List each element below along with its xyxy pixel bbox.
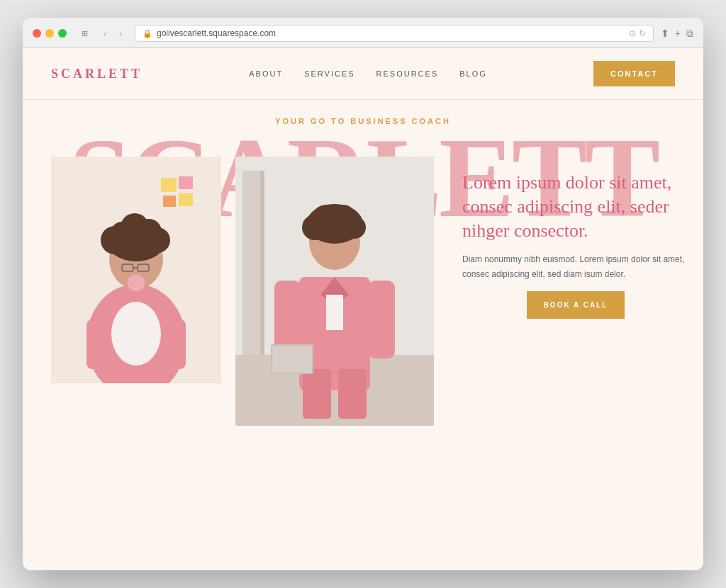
- hero-tagline: YOUR GO TO BUSINESS COACH: [23, 117, 703, 125]
- nav-blog[interactable]: BLOG: [459, 69, 487, 78]
- hero-heading: Lorem ipsum dolor sit amet, consec adipi…: [462, 171, 689, 242]
- address-bar[interactable]: 🔒 golivescarlett.squarespace.com ⊙ ↻: [135, 25, 654, 42]
- site-nav: ABOUT SERVICES RESOURCES BLOG: [249, 69, 487, 78]
- svg-point-36: [330, 205, 356, 230]
- svg-rect-23: [260, 171, 264, 355]
- traffic-lights: [33, 29, 67, 38]
- browser-actions: ⬆ + ⧉: [661, 28, 693, 40]
- svg-rect-37: [274, 281, 301, 351]
- back-button[interactable]: ‹: [98, 26, 112, 40]
- svg-rect-22: [242, 171, 260, 355]
- svg-rect-19: [170, 320, 186, 369]
- images-row: Lorem ipsum dolor sit amet, consec adipi…: [51, 157, 703, 426]
- hero-subtext: Diam nonummy nibh euismod. Lorem ipsum d…: [462, 252, 689, 281]
- contact-button[interactable]: CONTACT: [593, 61, 675, 86]
- window-controls: ⊞: [78, 27, 91, 40]
- site-header: SCARLETT ABOUT SERVICES RESOURCES BLOG C…: [23, 48, 703, 100]
- svg-rect-38: [368, 281, 395, 358]
- url-text: golivescarlett.squarespace.com: [157, 28, 276, 38]
- browser-chrome: ⊞ ‹ › 🔒 golivescarlett.squarespace.com ⊙…: [23, 18, 703, 48]
- svg-rect-30: [338, 369, 367, 419]
- tile-icon[interactable]: ⊞: [78, 27, 91, 40]
- svg-rect-4: [179, 193, 193, 206]
- svg-rect-40: [272, 346, 312, 373]
- website: SCARLETT ABOUT SERVICES RESOURCES BLOG C…: [23, 48, 703, 570]
- nav-resources[interactable]: RESOURCES: [376, 69, 439, 78]
- svg-point-6: [111, 302, 161, 366]
- svg-point-17: [128, 274, 145, 291]
- browser-window: ⊞ ‹ › 🔒 golivescarlett.squarespace.com ⊙…: [23, 18, 703, 570]
- lock-icon: 🔒: [143, 29, 152, 38]
- book-call-button[interactable]: BOOK A CALL: [527, 291, 625, 319]
- svg-rect-28: [326, 295, 343, 330]
- svg-rect-29: [303, 369, 331, 419]
- svg-rect-1: [161, 178, 177, 192]
- forward-button[interactable]: ›: [113, 26, 128, 40]
- photo-left: [51, 157, 221, 383]
- maximize-button[interactable]: [58, 29, 67, 38]
- svg-rect-18: [86, 320, 102, 369]
- svg-point-13: [121, 213, 149, 242]
- hero-text: Lorem ipsum dolor sit amet, consec adipi…: [448, 157, 703, 426]
- nav-arrows: ‹ ›: [98, 26, 128, 40]
- site-logo: SCARLETT: [51, 67, 143, 81]
- nav-services[interactable]: SERVICES: [304, 69, 354, 78]
- share-icon[interactable]: ⬆: [661, 28, 669, 40]
- close-button[interactable]: [33, 29, 41, 38]
- svg-rect-2: [179, 176, 193, 189]
- hero-section: YOUR GO TO BUSINESS COACH SCARLETT: [23, 100, 703, 570]
- nav-about[interactable]: ABOUT: [249, 69, 283, 78]
- svg-rect-3: [163, 196, 176, 207]
- minimize-button[interactable]: [45, 29, 54, 38]
- windows-icon[interactable]: ⧉: [686, 28, 693, 40]
- reader-icon: ⊙ ↻: [629, 28, 645, 38]
- photo-right: [235, 157, 434, 426]
- new-tab-icon[interactable]: +: [675, 28, 681, 40]
